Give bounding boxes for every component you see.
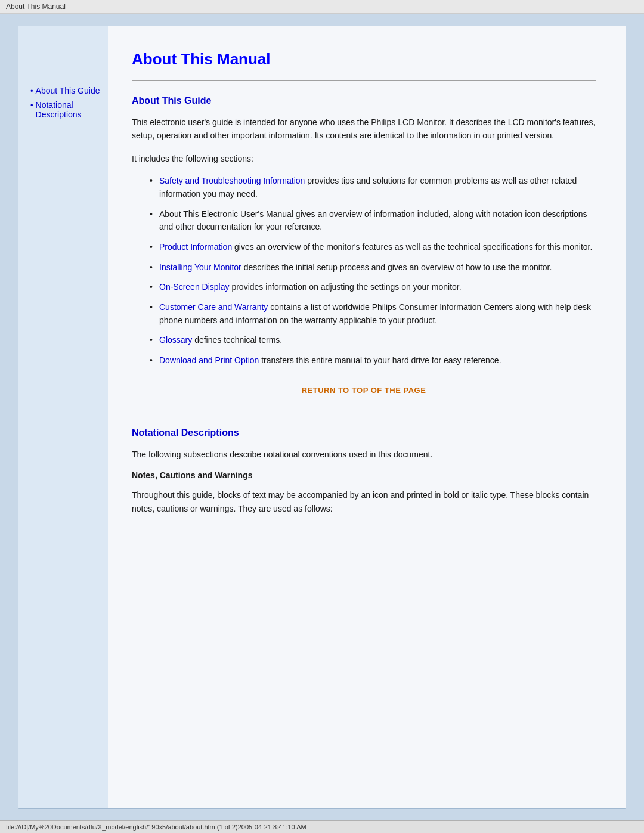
sidebar-link-notational[interactable]: Notational Descriptions <box>36 100 102 119</box>
list-item-installing: Installing Your Monitor describes the in… <box>150 261 596 274</box>
features-list: Safety and Troubleshooting Information p… <box>150 175 596 367</box>
list-item-osd: On-Screen Display provides information o… <box>150 281 596 294</box>
bullet-icon: • <box>30 101 33 110</box>
notational-body: Throughout this guide, blocks of text ma… <box>132 488 596 515</box>
download-link[interactable]: Download and Print Option <box>159 355 259 365</box>
product-text: gives an overview of the monitor's featu… <box>234 242 592 252</box>
list-item-electronic: About This Electronic User's Manual give… <box>150 208 596 234</box>
status-bar: file:///D|/My%20Documents/dfu/X_model/en… <box>0 820 644 833</box>
section-divider <box>132 413 596 413</box>
main-wrapper: • About This Guide • Notational Descript… <box>0 14 644 820</box>
list-item-glossary: Glossary defines technical terms. <box>150 334 596 347</box>
glossary-link[interactable]: Glossary <box>159 335 192 345</box>
notational-intro: The following subsections describe notat… <box>132 448 596 461</box>
sidebar-item-notational[interactable]: • Notational Descriptions <box>30 100 102 119</box>
return-link-anchor[interactable]: RETURN TO TOP OF THE PAGE <box>302 386 426 395</box>
sidebar: • About This Guide • Notational Descript… <box>18 26 108 808</box>
title-bar: About This Manual <box>0 0 644 14</box>
product-link[interactable]: Product Information <box>159 242 232 252</box>
glossary-text: defines technical terms. <box>194 335 282 345</box>
list-item-product: Product Information gives an overview of… <box>150 241 596 254</box>
about-guide-title: About This Guide <box>132 95 596 106</box>
sidebar-item-about-guide[interactable]: • About This Guide <box>30 86 102 95</box>
notes-cautions-title: Notes, Cautions and Warnings <box>132 470 596 480</box>
content-box: • About This Guide • Notational Descript… <box>18 26 626 809</box>
main-content: About This Manual About This Guide This … <box>108 26 626 808</box>
return-to-top[interactable]: RETURN TO TOP OF THE PAGE <box>132 385 596 395</box>
electronic-text: About This Electronic User's Manual give… <box>159 209 587 232</box>
installing-text: describes the initial setup process and … <box>244 262 552 272</box>
download-text: transfers this entire manual to your har… <box>261 355 501 365</box>
about-guide-intro: This electronic user's guide is intended… <box>132 116 596 143</box>
safety-link[interactable]: Safety and Troubleshooting Information <box>159 176 305 185</box>
list-item-safety: Safety and Troubleshooting Information p… <box>150 175 596 200</box>
list-item-download: Download and Print Option transfers this… <box>150 354 596 367</box>
notational-title: Notational Descriptions <box>132 428 596 438</box>
title-bar-text: About This Manual <box>6 2 66 11</box>
top-divider <box>132 80 596 81</box>
list-item-customer: Customer Care and Warranty contains a li… <box>150 301 596 327</box>
customer-link[interactable]: Customer Care and Warranty <box>159 302 268 312</box>
page-title: About This Manual <box>132 50 596 69</box>
bullet-icon: • <box>30 86 33 95</box>
osd-link[interactable]: On-Screen Display <box>159 282 230 292</box>
status-bar-text: file:///D|/My%20Documents/dfu/X_model/en… <box>6 823 306 831</box>
sidebar-link-about-guide[interactable]: About This Guide <box>36 86 100 95</box>
about-guide-includes: It includes the following sections: <box>132 152 596 165</box>
osd-text: provides information on adjusting the se… <box>231 282 461 292</box>
installing-link[interactable]: Installing Your Monitor <box>159 262 242 272</box>
